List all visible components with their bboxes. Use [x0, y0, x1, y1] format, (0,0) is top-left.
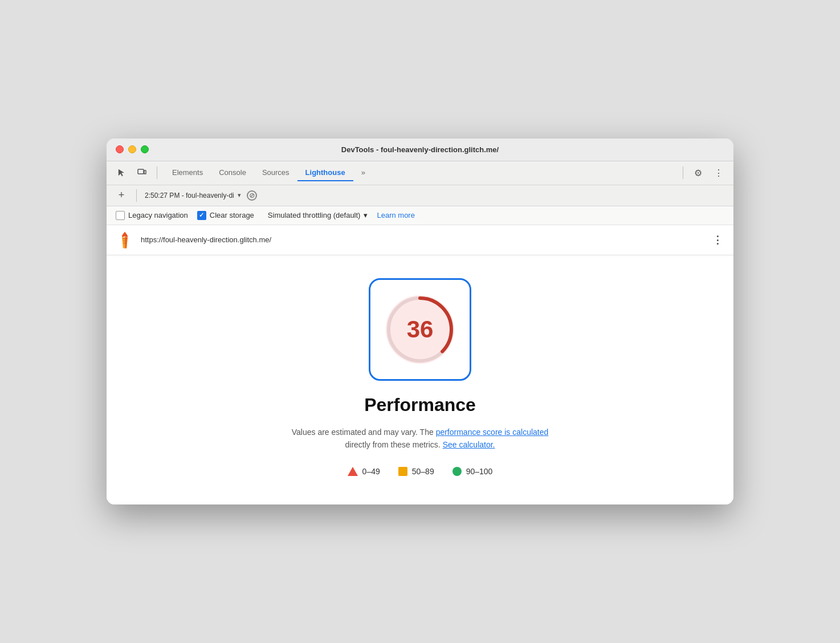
- legacy-navigation-option: Legacy navigation: [116, 211, 188, 220]
- main-content: 36 Performance Values are estimated and …: [107, 255, 733, 505]
- tab-elements[interactable]: Elements: [164, 165, 211, 181]
- cursor-tool-button[interactable]: [113, 165, 129, 181]
- legend-item-good: 90–100: [452, 467, 493, 476]
- tab-lighthouse[interactable]: Lighthouse: [297, 165, 353, 181]
- average-score-icon: [398, 467, 407, 476]
- no-throttle-icon[interactable]: ⊘: [247, 190, 257, 201]
- legend-item-average: 50–89: [398, 467, 434, 476]
- tab-more[interactable]: »: [353, 165, 373, 181]
- tab-sources[interactable]: Sources: [254, 165, 297, 181]
- url-row: https://foul-heavenly-direction.glitch.m…: [107, 225, 733, 255]
- legacy-navigation-label: Legacy navigation: [128, 211, 188, 219]
- options-bar: Legacy navigation Clear storage Simulate…: [107, 206, 733, 225]
- score-legend: 0–49 50–89 90–100: [348, 467, 493, 476]
- bad-score-icon: [348, 467, 358, 476]
- toolbar-divider-2: [683, 166, 683, 179]
- svg-rect-1: [144, 170, 146, 174]
- toolbar-divider-1: [157, 166, 157, 179]
- secondary-divider: [136, 189, 137, 202]
- tab-console[interactable]: Console: [211, 165, 254, 181]
- settings-button[interactable]: ⚙: [690, 165, 706, 181]
- devtools-window: DevTools - foul-heavenly-direction.glitc…: [107, 139, 733, 505]
- title-bar: DevTools - foul-heavenly-direction.glitc…: [107, 139, 733, 161]
- close-button[interactable]: [116, 145, 124, 153]
- url-display[interactable]: 2:50:27 PM - foul-heavenly-di ▾: [145, 192, 241, 200]
- tab-toolbar: Elements Console Sources Lighthouse » ⚙ …: [107, 161, 733, 185]
- url-row-more-button[interactable]: ⋮: [711, 234, 724, 246]
- maximize-button[interactable]: [141, 145, 149, 153]
- score-circle-container: 36: [383, 292, 457, 367]
- window-title: DevTools - foul-heavenly-direction.glitc…: [341, 145, 499, 154]
- legacy-navigation-checkbox[interactable]: [116, 211, 125, 220]
- lighthouse-logo-icon: [116, 231, 134, 249]
- good-score-range: 90–100: [466, 467, 493, 476]
- score-value: 36: [407, 316, 434, 343]
- throttling-section: Simulated throttling (default) ▾: [268, 211, 368, 219]
- learn-more-link[interactable]: Learn more: [377, 211, 414, 219]
- secondary-toolbar: + 2:50:27 PM - foul-heavenly-di ▾ ⊘: [107, 185, 733, 206]
- svg-rect-7: [123, 242, 127, 243]
- clear-storage-option: Clear storage: [197, 211, 254, 220]
- add-button[interactable]: +: [115, 189, 128, 202]
- audit-url: https://foul-heavenly-direction.glitch.m…: [141, 235, 704, 244]
- description-middle-text: directly from these metrics.: [345, 440, 441, 449]
- device-toggle-button[interactable]: [134, 165, 150, 181]
- calculator-link[interactable]: See calculator.: [443, 440, 495, 449]
- perf-score-link[interactable]: performance score is calculated: [436, 428, 549, 437]
- tab-bar: Elements Console Sources Lighthouse »: [164, 165, 676, 181]
- legend-item-bad: 0–49: [348, 467, 380, 476]
- average-score-range: 50–89: [412, 467, 434, 476]
- traffic-lights: [116, 145, 149, 153]
- svg-rect-0: [138, 169, 144, 174]
- good-score-icon: [452, 467, 462, 476]
- svg-rect-6: [123, 240, 127, 241]
- performance-description: Values are estimated and may vary. The p…: [292, 426, 549, 451]
- clear-storage-checkbox[interactable]: [197, 211, 206, 220]
- performance-title: Performance: [364, 394, 476, 416]
- throttling-label: Simulated throttling (default): [268, 211, 361, 219]
- score-widget: 36: [369, 278, 471, 381]
- bad-score-range: 0–49: [362, 467, 380, 476]
- more-options-button[interactable]: ⋮: [711, 165, 727, 181]
- description-before-text: Values are estimated and may vary. The: [292, 428, 434, 437]
- toolbar-right: ⚙ ⋮: [690, 165, 727, 181]
- url-dropdown-arrow[interactable]: ▾: [238, 192, 241, 199]
- svg-marker-4: [125, 236, 128, 248]
- throttling-dropdown-arrow[interactable]: ▾: [364, 211, 368, 219]
- svg-rect-5: [122, 238, 128, 239]
- minimize-button[interactable]: [128, 145, 136, 153]
- clear-storage-label: Clear storage: [210, 211, 254, 219]
